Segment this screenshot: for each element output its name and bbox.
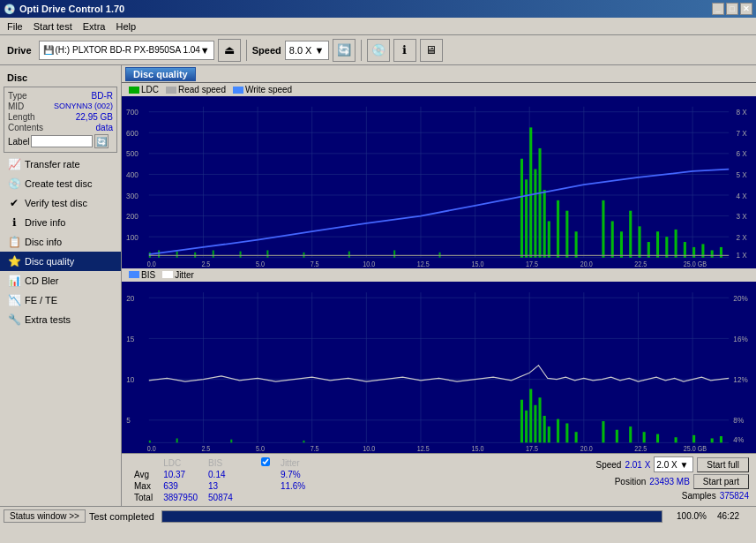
svg-text:2 X: 2 X <box>736 232 746 242</box>
sidebar-item-create-test-disc[interactable]: 💿Create test disc <box>0 174 121 193</box>
menu-bar: File Start test Extra Help <box>0 18 756 35</box>
sidebar-item-transfer-rate[interactable]: 📈Transfer rate <box>0 155 121 174</box>
avg-ldc: 10.37 <box>158 469 203 480</box>
sidebar-item-extra-tests[interactable]: 🔧Extra tests <box>0 310 121 329</box>
speed-value: 8.0 X ▼ <box>289 45 325 56</box>
svg-rect-121 <box>525 410 528 441</box>
start-full-button[interactable]: Start full <box>697 457 749 472</box>
svg-text:17.5: 17.5 <box>526 444 539 453</box>
svg-rect-68 <box>620 231 623 257</box>
drive-eject-button[interactable]: ⏏ <box>218 39 241 62</box>
svg-rect-53 <box>348 252 350 258</box>
svg-text:22.5: 22.5 <box>634 260 647 268</box>
total-ldc: 3897950 <box>158 492 203 503</box>
speed-label: Speed <box>252 45 281 56</box>
extra-tests-label: Extra tests <box>25 314 71 325</box>
create-test-disc-label: Create test disc <box>25 178 92 189</box>
speed-select[interactable]: 8.0 X ▼ <box>285 41 329 60</box>
info-button[interactable]: ℹ <box>393 39 416 62</box>
mid-label: MID <box>8 102 24 111</box>
label-refresh-button[interactable]: 🔄 <box>94 134 109 148</box>
svg-rect-52 <box>303 253 304 258</box>
content-area: Disc quality LDC Read speed Write speed <box>122 65 756 506</box>
jitter-legend-label: Jitter <box>175 270 194 280</box>
progress-bar-fill <box>162 511 662 522</box>
window-button[interactable]: 🖥 <box>420 39 443 62</box>
sidebar-item-drive-info[interactable]: ℹDrive info <box>0 213 121 232</box>
minimize-button[interactable]: _ <box>712 3 724 15</box>
max-bis: 13 <box>203 480 238 492</box>
menu-start-test[interactable]: Start test <box>28 20 78 33</box>
svg-text:20%: 20% <box>733 293 747 303</box>
status-window-button[interactable]: Status window >> <box>4 509 86 523</box>
sidebar-item-disc-info[interactable]: 📋Disc info <box>0 232 121 252</box>
verify-test-disc-icon: ✔ <box>7 196 21 210</box>
drive-select[interactable]: 💾 (H:) PLXTOR BD-R PX-B950SA 1.04 ▼ <box>39 41 214 60</box>
svg-rect-70 <box>638 226 640 257</box>
fe-te-icon: 📉 <box>7 293 21 307</box>
max-ldc: 639 <box>158 480 203 492</box>
menu-help[interactable]: Help <box>110 20 141 33</box>
close-button[interactable]: ✕ <box>740 3 752 15</box>
toolbar-separator <box>246 40 247 61</box>
svg-rect-137 <box>711 438 714 442</box>
svg-text:200: 200 <box>126 212 138 222</box>
svg-text:300: 300 <box>126 191 138 200</box>
position-label: Position <box>615 477 647 486</box>
avg-label: Avg <box>129 469 158 480</box>
svg-rect-57 <box>525 179 528 257</box>
avg-bis: 0.14 <box>203 469 238 480</box>
menu-file[interactable]: File <box>2 20 28 33</box>
progress-percent: 100.0% <box>670 511 714 521</box>
svg-text:2.5: 2.5 <box>201 444 211 453</box>
bis-legend-label: BIS <box>141 270 155 280</box>
jitter-checkbox[interactable] <box>261 457 270 466</box>
main-layout: Disc Type BD-R MID SONYNN3 (002) Length … <box>0 65 756 506</box>
toolbar-separator2 <box>361 40 362 61</box>
refresh-button[interactable]: 🔄 <box>333 39 356 62</box>
svg-rect-123 <box>534 404 536 442</box>
status-text: Test completed <box>89 511 154 522</box>
start-part-button[interactable]: Start part <box>693 474 749 489</box>
svg-rect-49 <box>213 250 214 257</box>
menu-extra[interactable]: Extra <box>78 20 111 33</box>
total-bis: 50874 <box>203 492 238 503</box>
max-label: Max <box>129 480 158 492</box>
svg-rect-62 <box>548 221 550 257</box>
svg-text:25.0 GB: 25.0 GB <box>684 260 707 268</box>
samples-value: 375824 <box>720 491 749 501</box>
maximize-button[interactable]: □ <box>726 3 738 15</box>
svg-rect-125 <box>543 415 546 441</box>
stats-speed-select[interactable]: 2.0 X ▼ <box>654 456 693 472</box>
disc-quality-label: Disc quality <box>25 256 74 267</box>
svg-text:5 X: 5 X <box>736 170 746 179</box>
bis-legend-box <box>129 271 139 278</box>
avg-jitter: 9.7% <box>275 469 311 480</box>
sidebar-item-cd-bler[interactable]: 📊CD Bler <box>0 271 121 290</box>
svg-rect-74 <box>675 230 677 258</box>
contents-label: Contents <box>8 123 43 132</box>
sidebar-item-verify-test-disc[interactable]: ✔Verify test disc <box>0 193 121 213</box>
svg-text:7 X: 7 X <box>736 128 746 138</box>
disc-button[interactable]: 💿 <box>367 39 390 62</box>
svg-text:8 X: 8 X <box>736 108 746 117</box>
top-chart-area: 700 600 500 400 300 200 100 8 X 7 X 6 X … <box>122 96 756 268</box>
nav-container: 📈Transfer rate💿Create test disc✔Verify t… <box>0 155 121 329</box>
sidebar-item-fe-te[interactable]: 📉FE / TE <box>0 290 121 310</box>
type-value: BD-R <box>92 91 113 101</box>
svg-rect-117 <box>176 438 178 442</box>
length-label: Length <box>8 112 35 122</box>
svg-text:25.0 GB: 25.0 GB <box>684 444 707 453</box>
svg-text:5: 5 <box>126 415 131 425</box>
sidebar-item-disc-quality[interactable]: ⭐Disc quality <box>0 252 121 271</box>
label-input[interactable] <box>31 135 93 147</box>
svg-rect-55 <box>439 253 441 258</box>
sidebar: Disc Type BD-R MID SONYNN3 (002) Length … <box>0 65 122 506</box>
svg-rect-67 <box>611 221 614 257</box>
stats-right: Speed 2.01 X 2.0 X ▼ Start full Position… <box>595 456 749 503</box>
stats-area: LDC BIS Jitter Avg 10.37 0.14 <box>122 453 756 506</box>
bottom-chart-svg: 20 15 10 5 20% 16% 12% 8% 4% 0.0 2.5 5.0… <box>122 282 756 454</box>
svg-rect-127 <box>557 419 559 442</box>
svg-rect-65 <box>575 231 578 257</box>
svg-rect-118 <box>230 439 232 442</box>
